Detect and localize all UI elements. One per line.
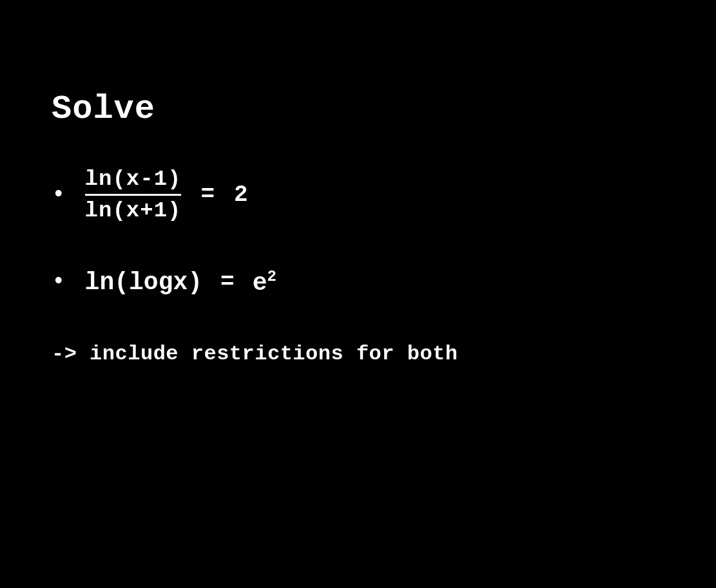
main-content: Solve • ln(x-1) ln(x+1) = 2 • ln(logx) =… — [0, 0, 458, 366]
fraction: ln(x-1) ln(x+1) — [85, 167, 182, 223]
equals-sign-2: = — [220, 269, 235, 296]
problem-item-1: • ln(x-1) ln(x+1) = 2 — [52, 167, 458, 223]
fraction-denominator: ln(x+1) — [85, 196, 182, 223]
fraction-equation: ln(x-1) ln(x+1) = 2 — [85, 167, 248, 223]
page-title: Solve — [52, 90, 458, 128]
ln-base: e — [253, 269, 267, 297]
equals-sign-1: = — [200, 182, 215, 208]
problem-item-2: • ln(logx) = e2 — [52, 268, 458, 297]
fraction-value: 2 — [234, 182, 248, 208]
bullet-1: • — [52, 184, 66, 207]
ln-exponent: 2 — [267, 268, 276, 285]
fraction-numerator: ln(x-1) — [85, 167, 182, 196]
ln-rhs: e2 — [253, 268, 276, 297]
problems-list: • ln(x-1) ln(x+1) = 2 • ln(logx) = e2 — [52, 167, 458, 297]
ln-equation: ln(logx) = e2 — [85, 268, 276, 297]
ln-lhs: ln(logx) — [85, 269, 202, 296]
instruction-text: -> include restrictions for both — [52, 342, 458, 366]
bullet-2: • — [52, 270, 66, 294]
